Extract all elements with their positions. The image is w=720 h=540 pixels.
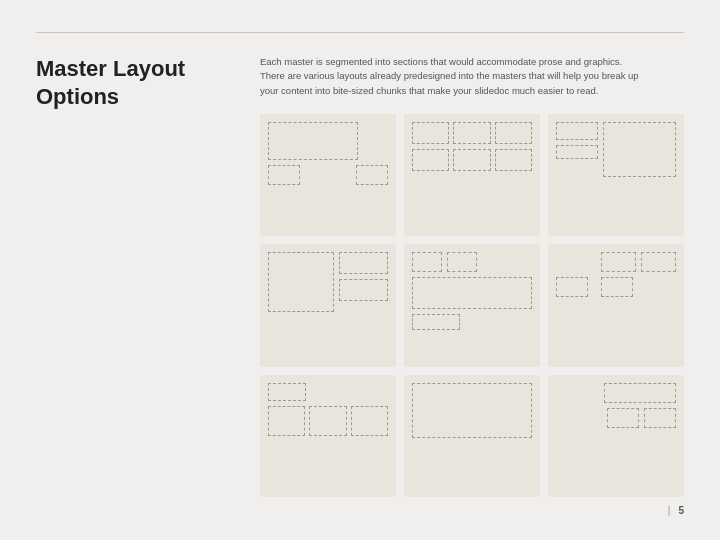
- top-divider: [36, 32, 684, 33]
- layout-2-box-1: [412, 122, 449, 144]
- layout-8-full-box: [412, 383, 532, 438]
- layout-9-sm-2: [644, 408, 676, 428]
- layout-card-3: [548, 114, 684, 236]
- layout-4-content: [268, 252, 388, 312]
- layouts-grid: [260, 114, 684, 497]
- layout-1-small-a: [268, 165, 300, 185]
- layout-5-center-large: [412, 277, 532, 309]
- content-area: Master Layout Options Each master is seg…: [36, 55, 684, 497]
- layout-4-right-box-1: [339, 252, 388, 274]
- layout-1-small-b: [356, 165, 388, 185]
- layout-2-box-4: [412, 149, 449, 171]
- layout-card-8: [404, 375, 540, 497]
- layout-2-box-6: [495, 149, 532, 171]
- layout-2-box-5: [453, 149, 490, 171]
- layout-8-content: [412, 383, 532, 438]
- layout-6-sm-1: [601, 252, 636, 272]
- layout-2-row-2: [412, 149, 532, 171]
- layout-card-7: [260, 375, 396, 497]
- layout-3-right-large: [603, 122, 676, 177]
- layout-7-box-2: [309, 406, 346, 436]
- layout-card-9: [548, 375, 684, 497]
- layout-card-1: [260, 114, 396, 236]
- layout-7-top-sm: [268, 383, 306, 401]
- layout-3-small-bot: [556, 145, 598, 159]
- layout-5-content: [412, 252, 532, 330]
- layout-6-sm-2: [641, 252, 676, 272]
- layout-7-content: [268, 383, 388, 436]
- right-panel: Each master is segmented into sections t…: [260, 55, 684, 497]
- layout-3-left-col: [556, 122, 598, 159]
- layout-7-box-3: [351, 406, 388, 436]
- layout-9-bottom-row: [556, 408, 676, 428]
- layout-5-sm-2: [447, 252, 477, 272]
- layout-3-small-top: [556, 122, 598, 140]
- layout-card-2: [404, 114, 540, 236]
- description-text: Each master is segmented into sections t…: [260, 55, 640, 98]
- layout-9-sm-1: [607, 408, 639, 428]
- layout-2-content: [412, 122, 532, 171]
- layout-2-row-1: [412, 122, 532, 144]
- layout-1-bottom-row: [268, 165, 388, 185]
- page-divider: |: [668, 505, 671, 516]
- layout-card-4: [260, 244, 396, 366]
- layout-3-content: [556, 122, 676, 177]
- layout-5-top-row: [412, 252, 532, 272]
- layout-4-right-box-2: [339, 279, 388, 301]
- layout-card-5: [404, 244, 540, 366]
- layout-9-content: [556, 383, 676, 428]
- layout-card-6: [548, 244, 684, 366]
- page-number: 5: [678, 505, 684, 516]
- layout-7-box-1: [268, 406, 305, 436]
- layout-7-bottom-row: [268, 406, 388, 436]
- layout-6-sm-b: [601, 277, 633, 297]
- layout-1-top-box: [268, 122, 358, 160]
- layout-4-left-large: [268, 252, 334, 312]
- page-title: Master Layout Options: [36, 55, 236, 110]
- layout-6-top-row: [556, 252, 676, 272]
- layout-5-bottom-sm: [412, 314, 460, 330]
- layout-6-sm-a: [556, 277, 588, 297]
- bottom-bar: | 5: [36, 497, 684, 516]
- left-panel: Master Layout Options: [36, 55, 236, 497]
- layout-2-box-2: [453, 122, 490, 144]
- layout-6-bottom-row: [556, 277, 676, 297]
- layout-6-content: [556, 252, 676, 297]
- layout-1-content: [268, 122, 388, 185]
- layout-9-top-box: [604, 383, 676, 403]
- layout-4-right-col: [339, 252, 388, 312]
- layout-5-sm-1: [412, 252, 442, 272]
- layout-2-box-3: [495, 122, 532, 144]
- page: Master Layout Options Each master is seg…: [0, 0, 720, 540]
